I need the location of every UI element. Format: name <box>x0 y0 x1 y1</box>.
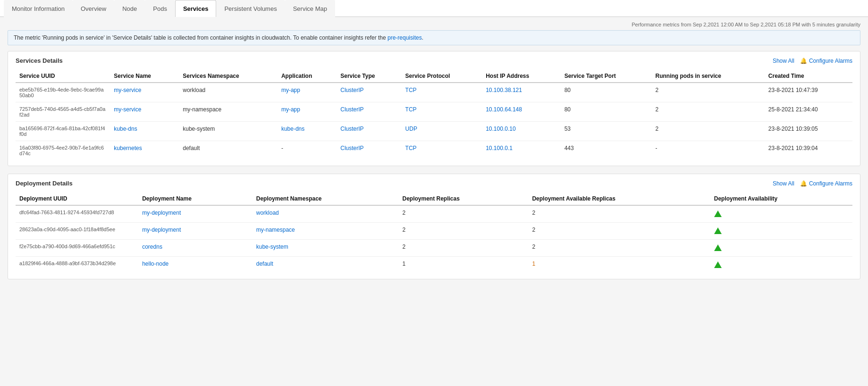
deployment-availability-0 <box>710 205 852 223</box>
services-configure-alarms[interactable]: 🔔 Configure Alarms <box>800 58 852 64</box>
deployment-card-header: Deployment Details Show All 🔔 Configure … <box>16 180 852 187</box>
deployment-uuid-3: a1829f46-466a-4888-a9bf-6373b34d298e <box>16 257 138 274</box>
service-target-port-0: 80 <box>561 83 652 102</box>
deployment-show-all[interactable]: Show All <box>773 180 794 187</box>
dep-col-replicas: Deployment Replicas <box>398 193 528 205</box>
service-protocol-1: TCP <box>402 102 482 122</box>
service-namespace-2: kube-system <box>179 122 278 141</box>
deployment-replicas-2: 2 <box>398 240 528 257</box>
service-created-time-2: 23-8-2021 10:39:05 <box>765 122 852 141</box>
availability-arrow-2 <box>714 244 722 251</box>
service-type-link-3[interactable]: ClusterIP <box>340 145 363 151</box>
service-target-port-1: 80 <box>561 102 652 122</box>
service-host-ip-link-3[interactable]: 10.100.0.1 <box>486 145 513 151</box>
deployment-name-link-0[interactable]: my-deployment <box>142 210 181 216</box>
deployment-card-actions: Show All 🔔 Configure Alarms <box>773 180 852 187</box>
deployment-namespace-link-3[interactable]: default <box>256 260 273 267</box>
services-col-namespace: Services Namespace <box>179 70 278 83</box>
services-show-all[interactable]: Show All <box>773 58 794 64</box>
tab-node[interactable]: Node <box>114 0 145 17</box>
info-banner-text-before: The metric 'Running pods in service' in … <box>14 34 388 41</box>
deployment-replicas-1: 2 <box>398 223 528 240</box>
deployment-availability-3 <box>710 257 852 274</box>
deployment-replicas-3: 1 <box>398 257 528 274</box>
deployment-availability-2 <box>710 240 852 257</box>
dep-col-namespace: Deployment Namespace <box>253 193 399 205</box>
services-card-actions: Show All 🔔 Configure Alarms <box>773 58 852 64</box>
services-table: Service UUID Service Name Services Names… <box>16 70 852 160</box>
tab-pods[interactable]: Pods <box>145 0 175 17</box>
deployment-name-link-1[interactable]: my-deployment <box>142 227 181 233</box>
deployment-table: Deployment UUID Deployment Name Deployme… <box>16 193 852 273</box>
services-card-header: Services Details Show All 🔔 Configure Al… <box>16 57 852 64</box>
service-name-link-0[interactable]: my-service <box>114 87 141 93</box>
service-app-link-2[interactable]: kube-dns <box>281 126 304 132</box>
availability-arrow-1 <box>714 227 722 234</box>
services-col-uuid: Service UUID <box>16 70 110 83</box>
tab-persistent-volumes[interactable]: Persistent Volumes <box>216 0 285 17</box>
services-col-host-ip: Host IP Address <box>482 70 560 83</box>
deployment-availability-1 <box>710 223 852 240</box>
tab-service-map[interactable]: Service Map <box>285 0 335 17</box>
service-uuid-1: 7257deb5-740d-4565-a4d5-cb5f7a0af2ad <box>16 102 110 122</box>
service-protocol-link-1[interactable]: TCP <box>405 106 417 113</box>
service-name-link-1[interactable]: my-service <box>114 106 141 113</box>
service-uuid-3: 16a03f80-6975-4ee2-90b7-6e1a9fc6d74c <box>16 141 110 160</box>
tab-monitor-information[interactable]: Monitor Information <box>4 0 73 17</box>
service-protocol-link-3[interactable]: TCP <box>405 145 417 151</box>
deployment-name-link-2[interactable]: coredns <box>142 243 162 250</box>
pre-requisites-link[interactable]: pre-requisites <box>388 34 422 41</box>
services-card-title: Services Details <box>16 57 63 64</box>
service-host-ip-3: 10.100.0.1 <box>482 141 560 160</box>
dep-col-name: Deployment Name <box>138 193 253 205</box>
tab-services[interactable]: Services <box>175 0 217 17</box>
service-application-1: my-app <box>278 102 337 122</box>
service-app-link-1[interactable]: my-app <box>281 106 300 113</box>
table-row: 16a03f80-6975-4ee2-90b7-6e1a9fc6d74c kub… <box>16 141 852 160</box>
deployment-uuid-2: f2e75cbb-a790-400d-9d69-466a6efd951c <box>16 240 138 257</box>
service-protocol-link-0[interactable]: TCP <box>405 87 417 93</box>
deployment-namespace-0: workload <box>253 205 399 223</box>
services-col-target-port: Service Target Port <box>561 70 652 83</box>
table-row: 7257deb5-740d-4565-a4d5-cb5f7a0af2ad my-… <box>16 102 852 122</box>
service-type-link-2[interactable]: ClusterIP <box>340 126 363 132</box>
service-name-link-2[interactable]: kube-dns <box>114 126 137 132</box>
services-col-type: Service Type <box>337 70 401 83</box>
services-col-created-time: Created Time <box>765 70 852 83</box>
service-host-ip-link-0[interactable]: 10.100.38.121 <box>486 87 522 93</box>
table-row: a1829f46-466a-4888-a9bf-6373b34d298e hel… <box>16 257 852 274</box>
service-app-link-0[interactable]: my-app <box>281 87 300 93</box>
main-content: Performance metrics from Sep 2,2021 12:0… <box>0 17 868 292</box>
deployment-namespace-3: default <box>253 257 399 274</box>
tab-overview[interactable]: Overview <box>73 0 114 17</box>
service-type-link-0[interactable]: ClusterIP <box>340 87 363 93</box>
deployment-configure-alarms-label: Configure Alarms <box>809 180 852 187</box>
table-row: 28623a0a-c90d-4095-aac0-1f18a4f8d5ee my-… <box>16 223 852 240</box>
deployment-namespace-link-1[interactable]: my-namespace <box>256 227 295 233</box>
deployment-namespace-link-2[interactable]: kube-system <box>256 243 288 250</box>
service-host-ip-1: 10.100.64.148 <box>482 102 560 122</box>
service-running-pods-2: 2 <box>651 122 764 141</box>
deployment-name-link-3[interactable]: hello-node <box>142 260 169 267</box>
service-protocol-0: TCP <box>402 83 482 102</box>
service-name-link-3[interactable]: kubernetes <box>114 145 142 151</box>
deployment-uuid-0: dfc64fad-7663-4811-9274-45934fd727d8 <box>16 205 138 223</box>
services-col-protocol: Service Protocol <box>402 70 482 83</box>
deployment-details-card: Deployment Details Show All 🔔 Configure … <box>8 174 860 279</box>
services-col-running-pods: Running pods in service <box>651 70 764 83</box>
table-row: f2e75cbb-a790-400d-9d69-466a6efd951c cor… <box>16 240 852 257</box>
service-host-ip-link-1[interactable]: 10.100.64.148 <box>486 106 522 113</box>
service-protocol-3: TCP <box>402 141 482 160</box>
service-type-link-1[interactable]: ClusterIP <box>340 106 363 113</box>
service-protocol-link-2[interactable]: UDP <box>405 126 417 132</box>
service-name-2: kube-dns <box>110 122 179 141</box>
dep-col-uuid: Deployment UUID <box>16 193 138 205</box>
deployment-configure-alarms[interactable]: 🔔 Configure Alarms <box>800 180 852 187</box>
tab-bar: Monitor Information Overview Node Pods S… <box>0 0 868 17</box>
service-running-pods-1: 2 <box>651 102 764 122</box>
service-type-2: ClusterIP <box>337 122 401 141</box>
deployment-namespace-link-0[interactable]: workload <box>256 210 279 216</box>
service-host-ip-link-2[interactable]: 10.100.0.10 <box>486 126 515 132</box>
info-banner-text-after: . <box>422 34 423 41</box>
service-name-1: my-service <box>110 102 179 122</box>
